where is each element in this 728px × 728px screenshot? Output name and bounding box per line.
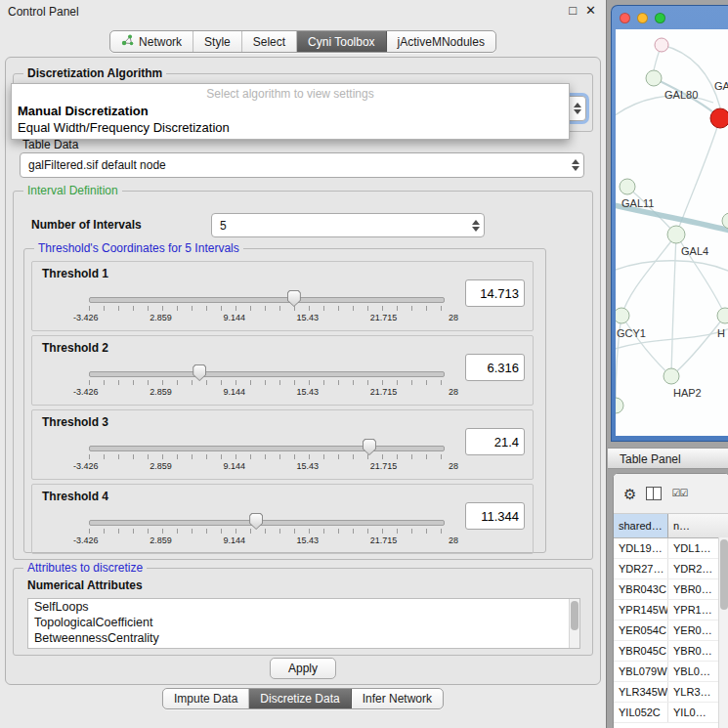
- minimize-traffic-light-icon[interactable]: [637, 13, 648, 23]
- number-of-intervals-combobox[interactable]: 5: [211, 213, 485, 237]
- scale-label: 15.43: [297, 313, 320, 322]
- attribute-item[interactable]: TopologicalCoefficient: [28, 615, 579, 630]
- network-canvas[interactable]: GAL80GAGAL11GAL4GCY1HHAP2: [616, 29, 728, 436]
- scale-label: 15.43: [297, 535, 320, 545]
- dropdown-option-equal-width[interactable]: Equal Width/Frequency Discretization: [12, 119, 569, 136]
- table-row[interactable]: YDL19…YDL1…: [614, 538, 728, 559]
- close-traffic-light-icon[interactable]: [620, 13, 630, 23]
- table-row[interactable]: YDR27…YDR2…: [614, 559, 728, 579]
- table-cell[interactable]: YPR145W: [614, 600, 668, 620]
- close-icon[interactable]: ✕: [585, 3, 596, 18]
- interval-definition-title: Interval Definition: [23, 184, 122, 197]
- table-cell[interactable]: YDL19…: [614, 538, 668, 558]
- scrollbar-thumb[interactable]: [571, 601, 578, 630]
- apply-button[interactable]: Apply: [270, 658, 336, 679]
- tab-label: Cyni Toolbox: [308, 35, 374, 49]
- threshold-slider[interactable]: [89, 297, 445, 303]
- network-node[interactable]: [667, 226, 685, 243]
- slider-thumb[interactable]: [287, 290, 301, 307]
- table-cell[interactable]: YBR045C: [614, 641, 668, 661]
- network-node[interactable]: [616, 308, 629, 323]
- scale-label: 2.859: [150, 387, 172, 397]
- table-cell[interactable]: YDR27…: [614, 559, 668, 578]
- attribute-item[interactable]: SelfLoops: [28, 599, 579, 615]
- table-row[interactable]: YBR043CYBR0…: [614, 579, 728, 600]
- columns-icon[interactable]: [646, 487, 662, 500]
- scale-label: 21.715: [370, 535, 398, 545]
- combo-stepper-icon: [570, 97, 585, 120]
- thresholds-group: Threshold's Coordinates for 5 Intervals …: [23, 248, 546, 553]
- number-of-intervals-value: 5: [212, 219, 468, 233]
- network-node[interactable]: [620, 179, 635, 194]
- tab-style[interactable]: Style: [193, 31, 242, 52]
- network-node[interactable]: [664, 368, 679, 384]
- table-cell[interactable]: YER054C: [614, 621, 668, 640]
- top-tab-bar: Network Style Select Cyni Toolbox jActiv…: [109, 30, 496, 53]
- interval-definition-group: Interval Definition Number of Intervals …: [13, 191, 593, 560]
- threshold-label: Threshold 1: [42, 267, 108, 280]
- threshold-slider[interactable]: [89, 371, 445, 377]
- scrollbar-thumb[interactable]: [720, 539, 728, 610]
- slider-thumb[interactable]: [363, 439, 376, 455]
- table-panel-title: Table Panel: [608, 448, 728, 469]
- network-node[interactable]: [655, 38, 668, 52]
- network-view-window: GAL80GAGAL11GAL4GCY1HHAP2: [611, 5, 728, 442]
- network-node[interactable]: [717, 308, 728, 323]
- table-cell[interactable]: YLR345W: [614, 682, 668, 702]
- threshold-label: Threshold 2: [42, 341, 108, 355]
- table-row[interactable]: YBR045CYBR0…: [614, 641, 728, 662]
- network-node-label: GCY1: [617, 327, 646, 339]
- threshold-value-field[interactable]: [465, 428, 525, 455]
- network-node-label: GAL4: [681, 245, 708, 257]
- gear-icon[interactable]: ⚙: [623, 487, 636, 501]
- dropdown-option-manual-discretization[interactable]: Manual Discretization: [12, 103, 569, 119]
- panel-title: Control Panel: [8, 5, 79, 19]
- table-row[interactable]: YLR345WYLR3…: [614, 682, 728, 703]
- scale-label: 9.144: [223, 387, 245, 397]
- table-row[interactable]: YBL079WYBL0…: [614, 662, 728, 682]
- tab-infer-network[interactable]: Infer Network: [352, 689, 443, 708]
- threshold-slider[interactable]: [89, 520, 445, 526]
- threshold-value-field[interactable]: [465, 279, 525, 307]
- tab-jactivemnodules[interactable]: jActiveMNodules: [387, 31, 495, 52]
- tab-cyni-toolbox[interactable]: Cyni Toolbox: [297, 31, 386, 52]
- slider-scale: -3.4262.8599.14415.4321.71528: [73, 461, 458, 471]
- combo-stepper-icon: [568, 153, 583, 177]
- table-row[interactable]: YIL052CYIL0…: [614, 703, 728, 723]
- threshold-value-field[interactable]: [465, 502, 525, 530]
- tab-select[interactable]: Select: [242, 31, 297, 52]
- network-node[interactable]: [710, 108, 728, 128]
- float-window-icon[interactable]: □: [569, 3, 577, 18]
- table-scrollbar[interactable]: [718, 537, 728, 728]
- column-header-name[interactable]: n…: [668, 514, 728, 537]
- tab-discretize-data[interactable]: Discretize Data: [249, 689, 351, 708]
- slider-thumb[interactable]: [193, 364, 206, 381]
- table-row[interactable]: YPR145WYPR1…: [614, 600, 728, 621]
- table-cell[interactable]: YBR043C: [614, 579, 668, 599]
- table-data-combobox[interactable]: galFiltered.sif default node: [20, 152, 584, 178]
- slider-scale: -3.4262.8599.14415.4321.71528: [73, 535, 458, 545]
- threshold-slider[interactable]: [89, 446, 445, 451]
- table-row[interactable]: YER054CYER0…: [614, 621, 728, 641]
- attribute-item[interactable]: BetweennessCentrality: [28, 630, 579, 646]
- combo-stepper-icon: [468, 214, 484, 236]
- scale-label: 28: [449, 461, 458, 471]
- tab-impute-data[interactable]: Impute Data: [163, 689, 249, 708]
- list-scrollbar[interactable]: [569, 599, 579, 648]
- select-columns-icon[interactable]: ☑☑: [671, 489, 687, 498]
- tab-label: Select: [253, 35, 285, 49]
- threshold-value-field[interactable]: [465, 354, 525, 381]
- table-cell[interactable]: YBL079W: [614, 662, 668, 681]
- zoom-traffic-light-icon[interactable]: [655, 13, 665, 23]
- column-header-shared-name[interactable]: shared…: [614, 514, 668, 537]
- tab-network[interactable]: Network: [110, 31, 193, 52]
- table-data-label: Table Data: [22, 138, 78, 151]
- algorithm-group-title: Discretization Algorithm: [23, 66, 166, 80]
- table-cell[interactable]: YIL052C: [614, 703, 668, 722]
- scale-label: 2.859: [150, 535, 172, 545]
- network-node[interactable]: [616, 398, 623, 413]
- network-svg: GAL80GAGAL11GAL4GCY1HHAP2: [616, 29, 728, 436]
- slider-thumb[interactable]: [249, 513, 263, 530]
- network-node[interactable]: [646, 70, 662, 86]
- table-toolbar: ⚙ ☑☑: [614, 474, 728, 514]
